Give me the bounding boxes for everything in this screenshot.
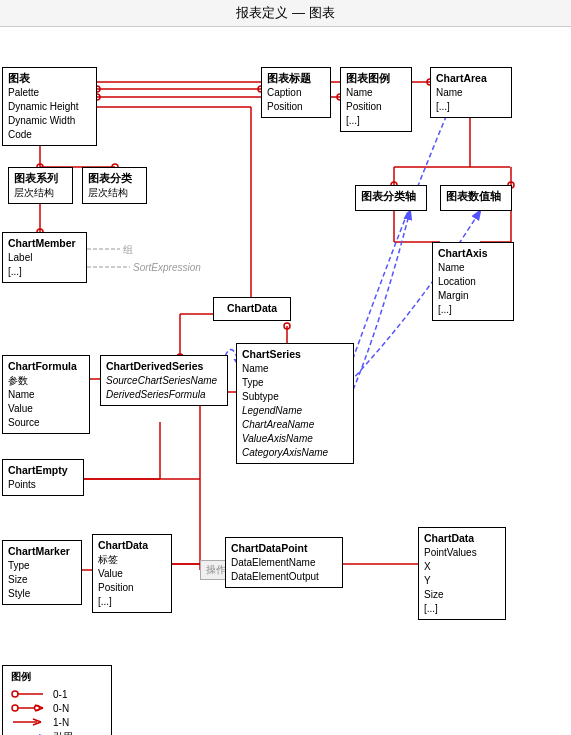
box-chart-empty: ChartEmpty Points — [2, 459, 84, 496]
box-chart-value-axis: 图表数值轴 — [440, 185, 512, 211]
box-chart-line3: Dynamic Width — [8, 114, 91, 128]
box-chart-data-point-title: ChartDataPoint — [231, 541, 337, 556]
box-chart-data-point-values-size: Size — [424, 588, 500, 602]
box-chart-value-axis-title: 图表数值轴 — [446, 189, 506, 204]
box-chart-data-point-line1: DataElementName — [231, 556, 337, 570]
box-chart-series-chartareaname: ChartAreaName — [242, 418, 348, 432]
box-chart-data-point-values-etc: [...] — [424, 602, 500, 616]
legend-title: 图例 — [11, 670, 103, 684]
page-title: 报表定义 — 图表 — [0, 0, 571, 27]
box-chart-marker-type: Type — [8, 559, 76, 573]
box-chart-formula-value: Value — [8, 402, 84, 416]
legend-line-zero-n — [11, 702, 47, 714]
box-chart-formula: ChartFormula 参数 Name Value Source — [2, 355, 90, 434]
box-chart-derived-series-line1: SourceChartSeriesName — [106, 374, 222, 388]
box-chart-member-line2: [...] — [8, 265, 81, 279]
box-chart-marker: ChartMarker Type Size Style — [2, 540, 82, 605]
box-chart-data-point-line2: DataElementOutput — [231, 570, 337, 584]
box-chart-axis-title: ChartAxis — [438, 246, 508, 261]
box-chart-line1: Palette — [8, 86, 91, 100]
box-chart-area-title: ChartArea — [436, 71, 506, 86]
box-chart-data-main: ChartData — [213, 297, 291, 321]
box-chart-formula-source: Source — [8, 416, 84, 430]
box-chart-series-valueaxisname: ValueAxisName — [242, 432, 348, 446]
box-chart-category-line1: 层次结构 — [88, 186, 141, 200]
box-chart-formula-params: 参数 — [8, 374, 84, 388]
box-chart-title-box-title: 图表标题 — [267, 71, 325, 86]
box-chart-axis-name: Name — [438, 261, 508, 275]
box-chart-series-title: 图表系列 — [14, 171, 67, 186]
box-chart-series-legendname: LegendName — [242, 404, 348, 418]
box-chart-data-label: ChartData 标签 Value Position [...] — [92, 534, 172, 613]
box-chart-derived-series-line2: DerivedSeriesFormula — [106, 388, 222, 402]
box-chart-data-label-subtitle: 标签 — [98, 553, 166, 567]
box-chart-series-subtype: Subtype — [242, 390, 348, 404]
box-chart-data-point-values-x: X — [424, 560, 500, 574]
box-chart-formula-name: Name — [8, 388, 84, 402]
box-chart-data-label-title: ChartData — [98, 538, 166, 553]
box-chart-empty-title: ChartEmpty — [8, 463, 78, 478]
box-chart-series-main-title: ChartSeries — [242, 347, 348, 362]
box-chart-line2: Dynamic Height — [8, 100, 91, 114]
box-chart-marker-title: ChartMarker — [8, 544, 76, 559]
box-chart-axis-margin: Margin — [438, 289, 508, 303]
box-chart-legend: 图表图例 Name Position [...] — [340, 67, 412, 132]
legend-label-one-n: 1-N — [53, 717, 69, 728]
box-chart-series-categoryaxisname: CategoryAxisName — [242, 446, 348, 460]
legend-row-one-n: 1-N — [11, 716, 103, 728]
legend-line-zero-one — [11, 688, 47, 700]
box-chart-area-etc: [...] — [436, 100, 506, 114]
box-chart-series-type: Type — [242, 376, 348, 390]
box-chart-empty-points: Points — [8, 478, 78, 492]
box-chart-series-main: ChartSeries Name Type Subtype LegendName… — [236, 343, 354, 464]
box-chart-derived-series-title: ChartDerivedSeries — [106, 359, 222, 374]
box-chart-series-name: Name — [242, 362, 348, 376]
svg-point-49 — [12, 691, 18, 697]
box-chart-data-label-etc: [...] — [98, 595, 166, 609]
box-chart-area-name: Name — [436, 86, 506, 100]
svg-point-55 — [35, 706, 40, 711]
box-chart-series-line1: 层次结构 — [14, 186, 67, 200]
box-chart-data-point-values-y: Y — [424, 574, 500, 588]
box-chart-category-axis-title: 图表分类轴 — [361, 189, 421, 204]
svg-text:SortExpression: SortExpression — [133, 262, 201, 273]
box-chart-series: 图表系列 层次结构 — [8, 167, 73, 204]
legend-row-reference: 引用 — [11, 730, 103, 735]
box-chart-axis: ChartAxis Name Location Margin [...] — [432, 242, 514, 321]
legend-row-zero-one: 0-1 — [11, 688, 103, 700]
box-chart-data-point: ChartDataPoint DataElementName DataEleme… — [225, 537, 343, 588]
box-chart-category-axis: 图表分类轴 — [355, 185, 427, 211]
box-chart-title-caption: Caption — [267, 86, 325, 100]
box-chart-category: 图表分类 层次结构 — [82, 167, 147, 204]
box-chart-formula-title: ChartFormula — [8, 359, 84, 374]
box-chart-line4: Code — [8, 128, 91, 142]
box-chart-legend-position: Position — [346, 100, 406, 114]
box-chart-axis-location: Location — [438, 275, 508, 289]
svg-point-51 — [12, 705, 18, 711]
legend-line-reference — [11, 731, 47, 735]
box-chart: 图表 Palette Dynamic Height Dynamic Width … — [2, 67, 97, 146]
box-chart-data-main-title: ChartData — [219, 301, 285, 316]
box-chart-axis-etc: [...] — [438, 303, 508, 317]
box-chart-legend-name: Name — [346, 86, 406, 100]
box-chart-category-title: 图表分类 — [88, 171, 141, 186]
box-chart-marker-size: Size — [8, 573, 76, 587]
box-chart-data-label-value: Value — [98, 567, 166, 581]
legend-label-zero-n: 0-N — [53, 703, 69, 714]
box-chart-data-point-values-subtitle: PointValues — [424, 546, 500, 560]
box-chart-member-title: ChartMember — [8, 236, 81, 251]
box-chart-title-text: 图表 — [8, 71, 91, 86]
legend-row-zero-n: 0-N — [11, 702, 103, 714]
legend-label-reference: 引用 — [53, 730, 73, 735]
legend-label-zero-one: 0-1 — [53, 689, 67, 700]
diagram-container: 组 SortExpression — [0, 27, 571, 735]
box-chart-member: ChartMember Label [...] — [2, 232, 87, 283]
box-chart-marker-style: Style — [8, 587, 76, 601]
box-chart-title-box: 图表标题 Caption Position — [261, 67, 331, 118]
box-chart-derived-series: ChartDerivedSeries SourceChartSeriesName… — [100, 355, 228, 406]
box-chart-data-point-values-title: ChartData — [424, 531, 500, 546]
legend-box: 图例 0-1 0-N — [2, 665, 112, 735]
box-chart-title-position: Position — [267, 100, 325, 114]
box-chart-data-point-values: ChartData PointValues X Y Size [...] — [418, 527, 506, 620]
svg-point-33 — [284, 323, 290, 329]
